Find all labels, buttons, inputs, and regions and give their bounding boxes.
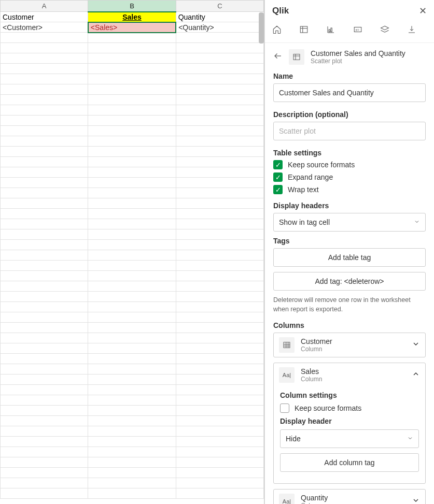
cell[interactable] [176, 219, 263, 229]
wrap-text-checkbox[interactable]: ✓Wrap text [273, 185, 426, 194]
cell[interactable] [88, 33, 176, 43]
cell[interactable] [176, 240, 263, 250]
cell[interactable] [176, 343, 263, 354]
cell[interactable] [1, 271, 88, 281]
cell[interactable] [1, 43, 88, 53]
cell[interactable] [88, 488, 176, 499]
cell[interactable] [1, 84, 88, 95]
cell[interactable] [1, 105, 88, 116]
cell[interactable] [176, 105, 263, 116]
cell[interactable] [1, 468, 88, 478]
cell[interactable] [1, 240, 88, 250]
cell[interactable] [88, 375, 176, 385]
cell[interactable] [1, 229, 88, 240]
cell[interactable] [88, 157, 176, 167]
sales-keep-source-checkbox[interactable]: Keep source formats [280, 404, 419, 413]
cell[interactable] [88, 426, 176, 437]
cell[interactable] [88, 95, 176, 105]
cell[interactable]: Sales [88, 12, 176, 22]
cell[interactable] [1, 126, 88, 136]
cell[interactable] [1, 209, 88, 219]
cell[interactable] [1, 333, 88, 343]
cell[interactable] [176, 74, 263, 84]
cell[interactable] [176, 292, 263, 302]
cell[interactable] [1, 136, 88, 147]
cell[interactable]: Customer [1, 12, 88, 22]
cell[interactable] [176, 364, 263, 375]
cell[interactable] [176, 84, 263, 95]
column-header-C[interactable]: C [176, 1, 263, 12]
name-input[interactable] [273, 83, 426, 102]
cell[interactable] [176, 478, 263, 488]
cell[interactable] [88, 292, 176, 302]
cell[interactable] [176, 157, 263, 167]
cell[interactable]: Quantity [176, 12, 263, 22]
cell[interactable] [1, 147, 88, 157]
cell[interactable] [88, 167, 176, 178]
cell[interactable] [176, 116, 263, 126]
layers-icon[interactable] [380, 25, 389, 36]
cell[interactable] [1, 354, 88, 364]
cell[interactable]: <Quantity> [176, 22, 263, 33]
cell[interactable] [88, 178, 176, 188]
cell[interactable] [88, 147, 176, 157]
cell[interactable] [1, 312, 88, 323]
cell[interactable] [1, 395, 88, 406]
cell[interactable] [88, 84, 176, 95]
cell[interactable] [176, 312, 263, 323]
cell[interactable] [88, 416, 176, 426]
cell[interactable] [88, 209, 176, 219]
cell[interactable] [176, 126, 263, 136]
cell[interactable] [176, 437, 263, 447]
cell[interactable] [88, 43, 176, 53]
cell[interactable] [176, 354, 263, 364]
cell[interactable] [88, 116, 176, 126]
cell[interactable] [1, 198, 88, 209]
cell[interactable] [1, 33, 88, 43]
cell[interactable] [176, 167, 263, 178]
cell[interactable] [176, 323, 263, 333]
cell[interactable] [1, 406, 88, 416]
cell[interactable] [176, 33, 263, 43]
cell[interactable] [88, 406, 176, 416]
cell[interactable] [176, 229, 263, 240]
cell[interactable] [1, 447, 88, 457]
column-header-quantity[interactable]: Aa| QuantityColumn [274, 489, 425, 504]
column-header-customer[interactable]: CustomerColumn [274, 333, 425, 357]
cell[interactable] [88, 271, 176, 281]
cell[interactable] [176, 375, 263, 385]
cell[interactable] [88, 312, 176, 323]
cell[interactable] [176, 488, 263, 499]
cell[interactable] [88, 395, 176, 406]
cell[interactable] [1, 167, 88, 178]
cell[interactable] [88, 53, 176, 64]
cell[interactable] [88, 219, 176, 229]
back-arrow-icon[interactable] [273, 51, 283, 63]
cell[interactable] [176, 447, 263, 457]
close-icon[interactable]: ✕ [419, 5, 427, 17]
description-input[interactable] [273, 122, 426, 140]
cell[interactable] [88, 229, 176, 240]
cell[interactable] [176, 147, 263, 157]
display-header-select[interactable]: Hide [280, 429, 419, 448]
cell[interactable] [88, 343, 176, 354]
cell[interactable] [88, 323, 176, 333]
cell[interactable] [88, 333, 176, 343]
cell[interactable] [1, 157, 88, 167]
cell[interactable] [176, 468, 263, 478]
cell[interactable] [88, 136, 176, 147]
chart-icon[interactable] [326, 25, 335, 36]
cell[interactable] [88, 281, 176, 292]
cell[interactable] [1, 323, 88, 333]
expand-range-checkbox[interactable]: ✓Expand range [273, 172, 426, 182]
cell[interactable] [1, 416, 88, 426]
column-header-A[interactable]: A [1, 1, 88, 12]
cell[interactable] [176, 406, 263, 416]
column-header-B[interactable]: B [88, 1, 176, 12]
cell[interactable] [176, 395, 263, 406]
cell[interactable] [88, 64, 176, 74]
cell[interactable] [1, 375, 88, 385]
cell[interactable] [176, 136, 263, 147]
column-header-sales[interactable]: Aa| SalesColumn [274, 363, 425, 387]
cell[interactable] [1, 261, 88, 271]
